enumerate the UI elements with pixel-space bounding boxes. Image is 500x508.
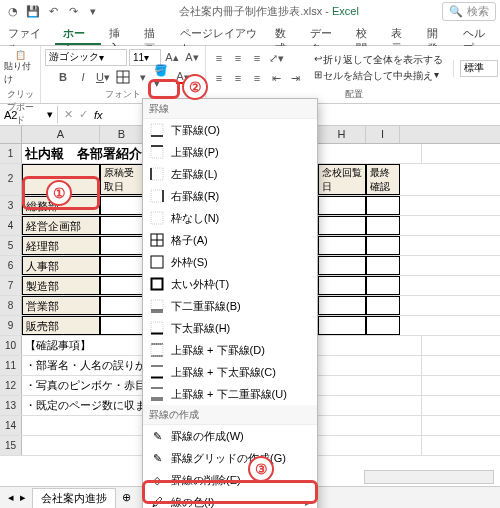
cell[interactable]	[366, 256, 400, 275]
select-all-corner[interactable]	[0, 126, 22, 143]
cell[interactable]	[318, 256, 366, 275]
number-format-select[interactable]: 標準	[460, 60, 498, 77]
redo-icon[interactable]: ↷	[64, 2, 82, 20]
cell[interactable]: 営業部	[22, 296, 100, 315]
cell[interactable]	[366, 236, 400, 255]
cell[interactable]	[318, 296, 366, 315]
save-icon[interactable]: 💾	[24, 2, 42, 20]
merge-center-button[interactable]: ⊞ セルを結合して中央揃え ▾	[314, 69, 443, 83]
search-box[interactable]: 🔍 検索	[442, 2, 496, 21]
cell[interactable]: 原稿受取日	[100, 164, 144, 195]
dd-border-left[interactable]: 左罫線(L)	[143, 163, 317, 185]
cell[interactable]: 最終確認完了日	[366, 164, 400, 195]
tab-data[interactable]: データ	[302, 22, 347, 45]
font-size-select[interactable]: 11 ▾	[129, 49, 161, 66]
dd-border-top-bottom[interactable]: 上罫線 + 下罫線(D)	[143, 339, 317, 361]
tab-insert[interactable]: 挿入	[101, 22, 137, 45]
wrap-text-button[interactable]: ↩ 折り返して全体を表示する	[314, 53, 443, 67]
cell[interactable]	[100, 276, 144, 295]
borders-dropdown-arrow[interactable]: ▾	[134, 68, 152, 86]
undo-icon[interactable]: ↶	[44, 2, 62, 20]
dd-border-none[interactable]: 枠なし(N)	[143, 207, 317, 229]
tab-review[interactable]: 校閲	[348, 22, 384, 45]
col-header[interactable]: B	[100, 126, 144, 143]
cell[interactable]: 経理部	[22, 236, 100, 255]
tab-view[interactable]: 表示	[383, 22, 419, 45]
dd-border-bottom-double[interactable]: 下二重罫線(B)	[143, 295, 317, 317]
dd-border-thick-outside[interactable]: 太い外枠(T)	[143, 273, 317, 295]
fill-color-button[interactable]: 🪣▾	[154, 68, 172, 86]
tab-developer[interactable]: 開発	[419, 22, 455, 45]
align-bottom-icon[interactable]: ≡	[248, 49, 266, 67]
cell[interactable]	[318, 196, 366, 215]
paste-button[interactable]: 📋 貼り付け	[4, 50, 36, 86]
cell[interactable]	[318, 216, 366, 235]
tab-help[interactable]: ヘルプ	[455, 22, 500, 45]
cell[interactable]	[100, 236, 144, 255]
orientation-icon[interactable]: ⤢▾	[267, 49, 285, 67]
col-header[interactable]: H	[318, 126, 366, 143]
tab-home[interactable]: ホーム	[55, 22, 100, 45]
align-left-icon[interactable]: ≡	[210, 69, 228, 87]
cell[interactable]	[100, 216, 144, 235]
cell[interactable]	[318, 316, 366, 335]
dd-border-right[interactable]: 右罫線(R)	[143, 185, 317, 207]
align-center-icon[interactable]: ≡	[229, 69, 247, 87]
dd-border-top[interactable]: 上罫線(P)	[143, 141, 317, 163]
align-right-icon[interactable]: ≡	[248, 69, 266, 87]
font-family-select[interactable]: 游ゴシック ▾	[45, 49, 127, 66]
row-header[interactable]: 1	[0, 144, 22, 163]
cell[interactable]: 経営企画部	[22, 216, 100, 235]
sheet-tab[interactable]: 会社案内進捗	[32, 488, 116, 508]
dd-border-top-thick-bottom[interactable]: 上罫線 + 下太罫線(C)	[143, 361, 317, 383]
cell[interactable]	[100, 316, 144, 335]
dd-border-bottom-thick[interactable]: 下太罫線(H)	[143, 317, 317, 339]
cell[interactable]	[366, 216, 400, 235]
align-middle-icon[interactable]: ≡	[229, 49, 247, 67]
tab-pagelayout[interactable]: ページレイアウト	[172, 22, 267, 45]
cancel-icon[interactable]: ✕	[64, 108, 73, 121]
qat-more-icon[interactable]: ▾	[84, 2, 102, 20]
autosave-toggle[interactable]: ◔	[4, 2, 22, 20]
cell[interactable]	[366, 296, 400, 315]
tab-file[interactable]: ファイル	[0, 22, 55, 45]
indent-dec-icon[interactable]: ⇤	[267, 69, 285, 87]
cell[interactable]	[318, 276, 366, 295]
row-header[interactable]: 2	[0, 164, 22, 195]
dd-border-all[interactable]: 格子(A)	[143, 229, 317, 251]
cell[interactable]	[366, 196, 400, 215]
dd-line-color[interactable]: 🖊線の色(I)▸	[143, 491, 317, 508]
cell[interactable]	[366, 276, 400, 295]
col-header[interactable]: A	[22, 126, 100, 143]
dd-border-top-double-bottom[interactable]: 上罫線 + 下二重罫線(U)	[143, 383, 317, 405]
sheet-nav-prev-icon[interactable]: ◂	[8, 491, 14, 504]
cell[interactable]: 販売部	[22, 316, 100, 335]
bold-button[interactable]: B	[54, 68, 72, 86]
cell[interactable]	[100, 296, 144, 315]
tab-draw[interactable]: 描画	[136, 22, 172, 45]
underline-button[interactable]: U▾	[94, 68, 112, 86]
dd-draw-border-grid[interactable]: ✎罫線グリッドの作成(G)	[143, 447, 317, 469]
cell[interactable]	[100, 256, 144, 275]
italic-button[interactable]: I	[74, 68, 92, 86]
cell[interactable]	[100, 196, 144, 215]
add-sheet-icon[interactable]: ⊕	[122, 491, 131, 504]
cell[interactable]: 製造部	[22, 276, 100, 295]
cell[interactable]	[318, 236, 366, 255]
dd-erase-border[interactable]: ◇罫線の削除(E)	[143, 469, 317, 491]
col-header[interactable]: I	[366, 126, 400, 143]
enter-icon[interactable]: ✓	[79, 108, 88, 121]
sheet-nav-next-icon[interactable]: ▸	[20, 491, 26, 504]
dd-border-bottom[interactable]: 下罫線(O)	[143, 119, 317, 141]
borders-button[interactable]	[114, 68, 132, 86]
cell[interactable]	[366, 316, 400, 335]
indent-inc-icon[interactable]: ⇥	[286, 69, 304, 87]
dd-border-outside[interactable]: 外枠(S)	[143, 251, 317, 273]
align-top-icon[interactable]: ≡	[210, 49, 228, 67]
decrease-font-icon[interactable]: A▾	[183, 48, 201, 66]
cell[interactable]: 人事部	[22, 256, 100, 275]
horizontal-scrollbar[interactable]	[364, 470, 494, 484]
tab-formulas[interactable]: 数式	[267, 22, 303, 45]
cell[interactable]: 念校回覧日	[318, 164, 366, 195]
dd-draw-border[interactable]: ✎罫線の作成(W)	[143, 425, 317, 447]
